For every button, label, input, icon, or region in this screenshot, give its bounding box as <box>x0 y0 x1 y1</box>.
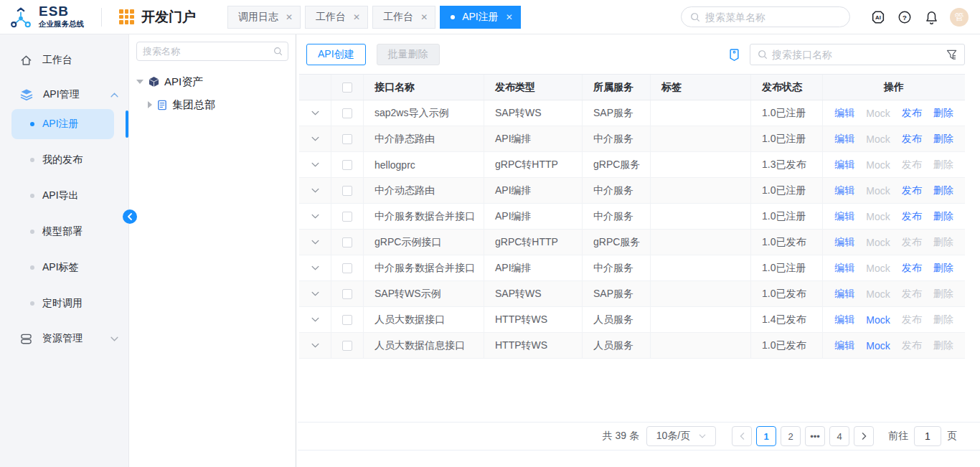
tag-icon[interactable] <box>728 48 740 62</box>
filter-funnel-icon[interactable] <box>946 49 957 60</box>
sidebar-item-api-tags[interactable]: API标签 <box>0 253 128 283</box>
menu-search-input[interactable] <box>705 11 841 23</box>
action-publish[interactable]: 发布 <box>902 107 922 120</box>
expand-chevron-icon[interactable] <box>311 214 319 219</box>
expand-chevron-icon[interactable] <box>311 265 319 270</box>
page-button-4[interactable]: 4 <box>829 426 849 446</box>
action-edit[interactable]: 编辑 <box>834 288 854 301</box>
row-checkbox[interactable] <box>342 315 352 325</box>
cell-publish-type: gRPC转HTTP <box>484 152 583 177</box>
sidebar-item-my-publish[interactable]: 我的发布 <box>0 145 128 175</box>
tree-search-input[interactable] <box>143 46 269 57</box>
cell-service: SAP服务 <box>583 281 651 306</box>
expand-chevron-icon[interactable] <box>311 240 319 245</box>
action-publish[interactable]: 发布 <box>902 210 922 223</box>
action-publish[interactable]: 发布 <box>902 262 922 275</box>
caret-right-icon[interactable] <box>148 101 152 108</box>
row-checkbox[interactable] <box>342 237 352 247</box>
expand-chevron-icon[interactable] <box>311 291 319 296</box>
close-icon[interactable]: ✕ <box>286 13 293 22</box>
action-delete[interactable]: 删除 <box>933 184 953 197</box>
help-icon[interactable]: ? <box>897 9 913 25</box>
select-all-checkbox[interactable] <box>342 82 352 93</box>
brand: ESB 企业服务总线 <box>9 4 84 29</box>
action-edit[interactable]: 编辑 <box>834 313 854 326</box>
action-mock[interactable]: Mock <box>866 314 890 326</box>
action-delete[interactable]: 删除 <box>933 210 953 223</box>
prev-page-button[interactable] <box>732 426 752 446</box>
expand-chevron-icon[interactable] <box>311 110 319 115</box>
action-edit[interactable]: 编辑 <box>834 210 854 223</box>
action-edit[interactable]: 编辑 <box>834 262 854 275</box>
cell-publish-type: gRPC转HTTP <box>484 230 583 255</box>
caret-down-icon[interactable] <box>136 80 143 84</box>
tab-workbench-1[interactable]: 工作台 ✕ <box>305 6 368 29</box>
sidebar-item-workbench[interactable]: 工作台 <box>0 46 128 75</box>
action-mock[interactable]: Mock <box>866 340 890 352</box>
collapse-left-icon[interactable] <box>123 209 137 224</box>
sidebar-item-api-mgmt[interactable]: API管理 <box>0 80 128 109</box>
cell-interface-name: 中介服务数据合并接口 <box>364 204 484 229</box>
sidebar-subitem-label: API标签 <box>42 261 79 274</box>
next-page-button[interactable] <box>854 426 874 446</box>
row-checkbox[interactable] <box>342 134 352 144</box>
tree-node-label: 集团总部 <box>172 98 215 112</box>
ai-badge-icon[interactable]: AI <box>870 9 886 25</box>
tree-node-api-assets[interactable]: API资产 <box>136 72 288 92</box>
tab-call-log[interactable]: 调用日志 ✕ <box>227 6 301 29</box>
more-pages-button[interactable]: ••• <box>805 426 825 446</box>
active-indicator-bar <box>126 110 128 138</box>
row-expand-cell <box>299 204 331 229</box>
tab-api-register[interactable]: API注册 ✕ <box>440 6 521 29</box>
action-edit[interactable]: 编辑 <box>834 184 854 197</box>
cell-actions: 编辑Mock发布删除 <box>823 307 965 332</box>
action-delete[interactable]: 删除 <box>933 107 953 120</box>
close-icon[interactable]: ✕ <box>420 13 428 22</box>
sidebar-item-model-deploy[interactable]: 模型部署 <box>0 217 128 247</box>
expand-chevron-icon[interactable] <box>311 188 319 193</box>
page-button-2[interactable]: 2 <box>781 426 801 446</box>
close-icon[interactable]: ✕ <box>506 13 513 22</box>
row-checkbox[interactable] <box>342 263 352 273</box>
expand-chevron-icon[interactable] <box>311 162 319 167</box>
action-delete[interactable]: 删除 <box>933 262 953 275</box>
action-edit[interactable]: 编辑 <box>834 236 854 249</box>
row-checkbox[interactable] <box>342 186 352 196</box>
page-button-1[interactable]: 1 <box>756 426 776 446</box>
action-edit[interactable]: 编辑 <box>834 159 854 171</box>
action-edit[interactable]: 编辑 <box>834 339 854 352</box>
page-size-select[interactable]: 10条/页 <box>646 426 716 446</box>
row-checkbox[interactable] <box>342 160 352 170</box>
sidebar-item-api-export[interactable]: API导出 <box>0 181 128 211</box>
bell-icon[interactable] <box>923 9 939 25</box>
expand-chevron-icon[interactable] <box>311 343 319 348</box>
sidebar-item-api-register[interactable]: API注册 <box>0 109 128 139</box>
action-publish: 发布 <box>902 236 922 249</box>
cell-actions: 编辑Mock发布删除 <box>823 333 965 358</box>
close-icon[interactable]: ✕ <box>353 13 360 22</box>
sidebar-item-scheduled-call[interactable]: 定时调用 <box>0 288 128 319</box>
row-checkbox[interactable] <box>342 289 352 299</box>
api-create-button[interactable]: API创建 <box>306 44 366 65</box>
sidebar-item-resource-mgmt[interactable]: 资源管理 <box>0 324 128 353</box>
tab-workbench-2[interactable]: 工作台 ✕ <box>372 6 435 29</box>
tab-label: 工作台 <box>383 11 413 24</box>
row-checkbox[interactable] <box>342 108 352 118</box>
interface-search-input[interactable] <box>772 49 942 60</box>
goto-page-input[interactable] <box>914 426 941 446</box>
action-publish[interactable]: 发布 <box>902 184 922 197</box>
row-checkbox[interactable] <box>342 341 352 351</box>
cell-interface-name: sap2ws导入示例 <box>364 100 484 126</box>
action-edit[interactable]: 编辑 <box>834 133 854 146</box>
expand-chevron-icon[interactable] <box>311 317 319 322</box>
batch-delete-button[interactable]: 批量删除 <box>377 44 440 65</box>
action-delete[interactable]: 删除 <box>933 133 953 146</box>
action-edit[interactable]: 编辑 <box>834 107 854 120</box>
action-publish[interactable]: 发布 <box>902 133 922 146</box>
action-mock: Mock <box>866 133 890 145</box>
expand-chevron-icon[interactable] <box>311 136 319 141</box>
main-content: API创建 批量删除 <box>296 34 980 467</box>
tree-node-group-hq[interactable]: 集团总部 <box>136 95 288 115</box>
avatar[interactable]: 管 <box>950 8 969 27</box>
row-checkbox[interactable] <box>342 212 352 222</box>
